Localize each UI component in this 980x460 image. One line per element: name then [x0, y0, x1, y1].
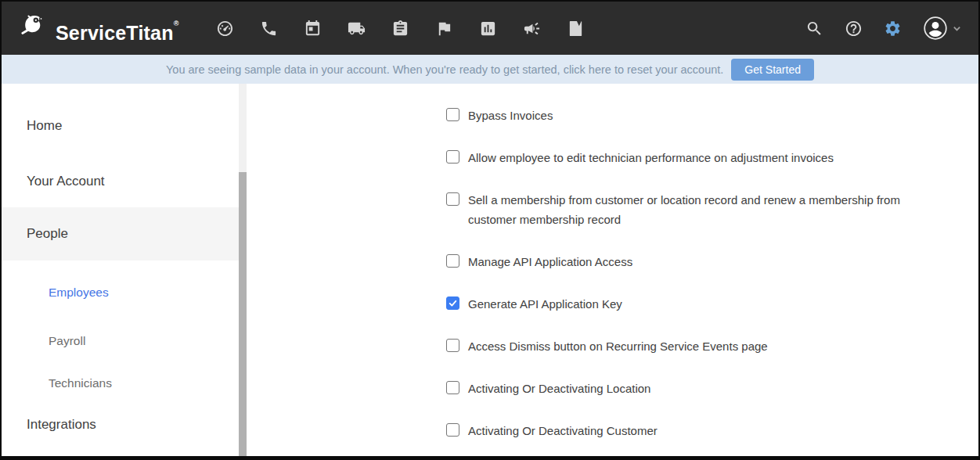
reports-chart-icon[interactable]	[479, 20, 497, 38]
phone-icon[interactable]	[260, 20, 278, 38]
permission-row: Activating Or Deactivating Location	[446, 379, 963, 398]
dispatch-truck-icon[interactable]	[348, 20, 366, 38]
permissions-panel: Bypass Invoices Allow employee to edit t…	[247, 84, 978, 456]
settings-gear-icon[interactable]	[884, 20, 902, 38]
permission-checkbox-unchecked[interactable]	[446, 339, 459, 352]
marketing-megaphone-icon[interactable]	[523, 20, 541, 38]
servicetitan-logo[interactable]: ServiceTitan®	[19, 8, 178, 49]
dashboard-icon[interactable]	[216, 20, 234, 38]
permission-row: Activating Or Deactivating Customer	[446, 421, 963, 440]
permission-label: Manage API Application Access	[468, 252, 632, 271]
sidebar-scrollbar-thumb[interactable]	[239, 172, 247, 456]
permission-checkbox-unchecked[interactable]	[446, 254, 459, 268]
sidebar-item-home[interactable]: Home	[27, 118, 62, 134]
main-nav-icon-bar	[216, 20, 585, 38]
top-navbar: ServiceTitan®	[2, 2, 978, 55]
permission-row: Bypass Invoices	[446, 106, 963, 125]
sidebar-item-people[interactable]: People	[2, 207, 239, 261]
permission-label: Generate API Application Key	[468, 294, 622, 314]
invoices-clipboard-icon[interactable]	[391, 20, 409, 38]
flag-icon[interactable]	[435, 20, 453, 38]
sidebar-item-technicians[interactable]: Technicians	[49, 376, 112, 390]
get-started-button[interactable]: Get Started	[731, 59, 814, 81]
pricebook-icon[interactable]	[567, 20, 585, 38]
permission-row: Access Dismiss button on Recurring Servi…	[446, 336, 963, 356]
servicetitan-mascot-icon	[19, 9, 49, 39]
permission-label: Activating Or Deactivating Customer	[468, 421, 658, 440]
page-body: Home Your Account People Employees Payro…	[2, 84, 978, 456]
sidebar-item-payroll[interactable]: Payroll	[49, 334, 85, 348]
sidebar-item-integrations[interactable]: Integrations	[27, 417, 96, 433]
sample-data-message: You are seeing sample data in your accou…	[166, 63, 723, 76]
permission-checkbox-checked[interactable]	[446, 296, 459, 310]
brand-name: ServiceTitan®	[56, 8, 178, 49]
permission-checkbox-unchecked[interactable]	[446, 192, 459, 206]
search-icon[interactable]	[805, 20, 823, 38]
permission-checkbox-unchecked[interactable]	[446, 150, 459, 164]
registered-mark: ®	[174, 20, 179, 27]
sidebar-item-your-account[interactable]: Your Account	[27, 174, 105, 189]
permission-checkbox-unchecked[interactable]	[446, 108, 459, 121]
checkmark-icon	[448, 298, 458, 308]
permission-label: Allow employee to edit technician perfor…	[468, 148, 834, 167]
permission-label: Activating Or Deactivating Location	[468, 379, 650, 398]
permission-label: Bypass Invoices	[468, 106, 553, 125]
servicetitan-app-window: ServiceTitan®	[0, 0, 980, 460]
permission-checkbox-unchecked[interactable]	[446, 381, 459, 394]
sidebar-scrollbar-track[interactable]	[239, 84, 247, 456]
permission-label: Sell a membership from customer or locat…	[468, 190, 938, 229]
permission-row: Manage API Application Access	[446, 252, 963, 271]
permission-label: Access Dismiss button on Recurring Servi…	[468, 336, 768, 356]
account-avatar-icon	[923, 16, 948, 41]
sample-data-banner: You are seeing sample data in your accou…	[2, 55, 978, 84]
calendar-icon[interactable]	[304, 20, 322, 38]
navbar-right-group	[805, 16, 961, 41]
help-icon[interactable]	[845, 20, 863, 38]
permission-row: Generate API Application Key	[446, 294, 963, 314]
settings-sidebar: Home Your Account People Employees Payro…	[2, 84, 247, 456]
permission-checkbox-unchecked[interactable]	[446, 423, 459, 437]
permission-row: Sell a membership from customer or locat…	[446, 190, 963, 229]
permission-row: Allow employee to edit technician perfor…	[446, 148, 963, 167]
sidebar-item-employees[interactable]: Employees	[49, 286, 109, 300]
chevron-down-icon	[953, 24, 961, 33]
account-menu[interactable]	[923, 16, 961, 41]
